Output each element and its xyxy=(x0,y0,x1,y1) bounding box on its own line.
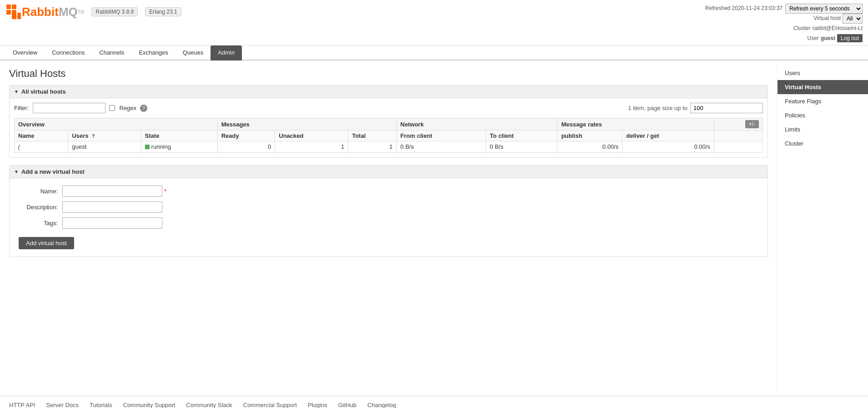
footer-link[interactable]: Server Docs xyxy=(46,402,79,408)
add-vhost-header[interactable]: ▼ Add a new virtual host xyxy=(9,165,768,178)
col-ready: Ready xyxy=(217,131,275,141)
footer-link[interactable]: Community Slack xyxy=(186,402,232,408)
add-vhost-section: ▼ Add a new virtual host Name: * Descrip… xyxy=(9,165,768,257)
description-row: Description: xyxy=(17,201,760,213)
logo-mq: MQ xyxy=(59,5,78,19)
refresh-row: Refreshed 2020-11-24 23:03:37 Refresh ev… xyxy=(705,4,863,14)
users-help-icon[interactable]: ? xyxy=(90,133,96,139)
sidebar-feature-flags[interactable]: Feature Flags xyxy=(778,94,868,108)
nav-overview[interactable]: Overview xyxy=(5,45,45,60)
footer-link[interactable]: Plugins xyxy=(308,402,327,408)
sidebar-cluster[interactable]: Cluster xyxy=(778,136,868,151)
sidebar-users[interactable]: Users xyxy=(778,66,868,80)
logo: RabbitMQTM xyxy=(5,4,84,20)
required-star: * xyxy=(164,188,166,195)
vhost-table: Overview Messages Network Message rates … xyxy=(14,118,763,153)
sidebar-limits[interactable]: Limits xyxy=(778,122,868,136)
main-content: Virtual Hosts ▼ All virtual hosts Filter… xyxy=(0,60,777,396)
footer: HTTP APIServer DocsTutorialsCommunity Su… xyxy=(0,396,868,408)
filter-label: Filter: xyxy=(14,105,29,111)
filter-input[interactable] xyxy=(33,103,105,113)
vhost-table-body: / guest running 0 1 1 0 B/s 0 B/s 0.00/s… xyxy=(15,141,763,153)
help-icon[interactable]: ? xyxy=(140,105,147,112)
cluster-label: Cluster xyxy=(793,24,811,34)
svg-rect-4 xyxy=(17,13,21,19)
footer-link[interactable]: GitHub xyxy=(338,402,356,408)
nav-queues[interactable]: Queues xyxy=(176,45,211,60)
nav-connections[interactable]: Connections xyxy=(45,45,92,60)
refresh-select[interactable]: Refresh every 5 seconds Refresh every 10… xyxy=(785,4,863,14)
footer-link[interactable]: HTTP API xyxy=(9,402,35,408)
logout-button[interactable]: Log out xyxy=(837,34,863,42)
cell-unacked: 1 xyxy=(275,141,348,153)
refreshed-label: Refreshed 2020-11-24 23:03:37 xyxy=(705,4,783,14)
all-vhosts-body: Filter: Regex ? 1 item, page size up to … xyxy=(9,98,768,158)
top-bar: RabbitMQTM RabbitMQ 3.8.9 Erlang 23.1 Re… xyxy=(0,0,868,45)
col-deliver-get: deliver / get xyxy=(622,131,714,141)
footer-link[interactable]: Changelog xyxy=(367,402,396,408)
tags-input[interactable] xyxy=(62,217,162,229)
virtual-host-select[interactable]: All / xyxy=(843,14,863,24)
name-row: Name: * xyxy=(17,186,760,197)
cell-deliver-get: 0.00/s xyxy=(622,141,714,153)
state-dot xyxy=(145,145,150,149)
user-row: User guest Log out xyxy=(705,34,863,44)
erlang-version: Erlang 23.1 xyxy=(145,7,181,16)
main-nav: Overview Connections Channels Exchanges … xyxy=(0,45,868,60)
regex-checkbox[interactable] xyxy=(109,105,115,111)
footer-link[interactable]: Community Support xyxy=(123,402,175,408)
cell-to-client: 0 B/s xyxy=(486,141,557,153)
nav-channels[interactable]: Channels xyxy=(92,45,131,60)
sidebar: Users Virtual Hosts Feature Flags Polici… xyxy=(777,60,868,396)
group-header-plus-minus: +/- xyxy=(714,118,763,131)
name-input[interactable] xyxy=(62,186,162,197)
logo-area: RabbitMQTM RabbitMQ 3.8.9 Erlang 23.1 xyxy=(5,4,181,20)
group-header-network: Network xyxy=(396,118,557,131)
state-running: running xyxy=(145,143,171,150)
cell-state: running xyxy=(141,141,217,153)
add-vhost-triangle: ▼ xyxy=(14,169,19,174)
col-publish: publish xyxy=(557,131,622,141)
page-size-input[interactable] xyxy=(690,103,763,113)
all-vhosts-label: All virtual hosts xyxy=(21,88,66,95)
svg-rect-2 xyxy=(6,10,11,15)
cell-ready: 0 xyxy=(217,141,275,153)
sidebar-policies[interactable]: Policies xyxy=(778,108,868,122)
rabbitmq-version: RabbitMQ 3.8.9 xyxy=(91,7,138,16)
col-unacked: Unacked xyxy=(275,131,348,141)
virtual-host-label: Virtual host xyxy=(813,14,841,24)
plus-minus-button[interactable]: +/- xyxy=(745,120,759,128)
logo-icon xyxy=(5,4,22,20)
all-vhosts-header[interactable]: ▼ All virtual hosts xyxy=(9,85,768,98)
cluster-value: rabbit@EHosseini-Lt xyxy=(813,24,863,34)
footer-link[interactable]: Commercial Support xyxy=(243,402,297,408)
tags-row: Tags: xyxy=(17,217,760,229)
footer-link[interactable]: Tutorials xyxy=(90,402,112,408)
page-layout: Virtual Hosts ▼ All virtual hosts Filter… xyxy=(0,60,868,396)
svg-rect-3 xyxy=(12,10,16,19)
sidebar-virtual-hosts[interactable]: Virtual Hosts xyxy=(778,80,868,94)
top-right: Refreshed 2020-11-24 23:03:37 Refresh ev… xyxy=(705,4,863,43)
user-label: User xyxy=(808,34,819,44)
nav-exchanges[interactable]: Exchanges xyxy=(131,45,175,60)
group-header-message-rates: Message rates xyxy=(557,118,714,131)
logo-rabbit: Rabbit xyxy=(22,5,59,19)
cluster-row: Cluster rabbit@EHosseini-Lt xyxy=(705,24,863,34)
col-spacer xyxy=(714,131,763,141)
description-input[interactable] xyxy=(62,201,162,213)
svg-rect-1 xyxy=(12,5,16,9)
svg-rect-0 xyxy=(6,5,11,9)
page-title: Virtual Hosts xyxy=(9,68,768,80)
col-from-client: From client xyxy=(396,131,486,141)
cell-users: guest xyxy=(68,141,141,153)
nav-admin[interactable]: Admin xyxy=(211,45,242,60)
add-vhost-button[interactable]: Add virtual host xyxy=(19,237,74,249)
table-col-header-row: Name Users ? State Ready Unacked Total F… xyxy=(15,131,763,141)
col-state: State xyxy=(141,131,217,141)
user-value: guest xyxy=(821,34,835,44)
description-label: Description: xyxy=(17,204,62,211)
cell-publish: 0.00/s xyxy=(557,141,622,153)
table-row[interactable]: / guest running 0 1 1 0 B/s 0 B/s 0.00/s… xyxy=(15,141,763,153)
col-name: Name xyxy=(15,131,68,141)
all-vhosts-section: ▼ All virtual hosts Filter: Regex ? 1 it… xyxy=(9,85,768,158)
